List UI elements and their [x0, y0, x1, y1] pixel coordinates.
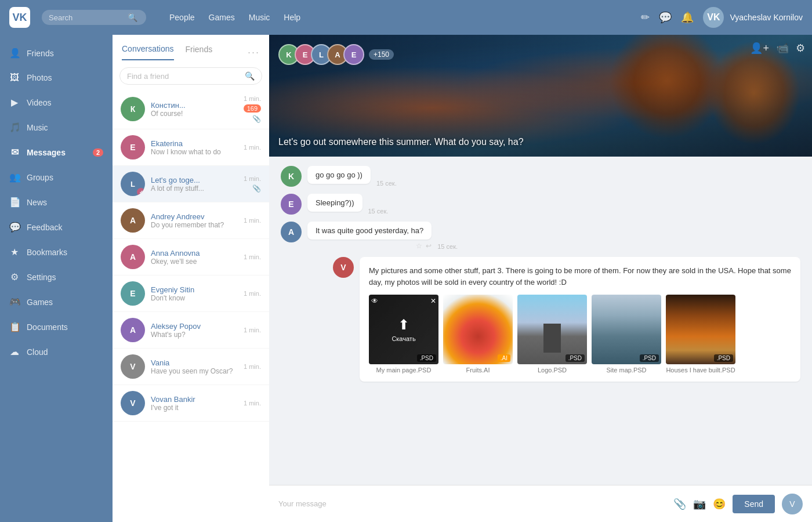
sidebar: 👤 Friends 🖼 Photos ▶ Videos 🎵 Music ✉ Me…: [0, 35, 113, 522]
msg-group-2: It was quite good yesterday, ha? ☆ ↩: [307, 222, 432, 250]
star-icon[interactable]: ☆: [416, 242, 422, 250]
friend-search-box[interactable]: 🔍: [119, 67, 262, 85]
videos-icon: ▶: [9, 97, 20, 108]
own-avatar: V: [333, 257, 354, 278]
conv-name-3: Andrey Andreev: [151, 212, 238, 221]
video-call-icon[interactable]: 📹: [776, 42, 789, 55]
img-item-3: .PSD Site map.PSD: [592, 295, 661, 374]
sidebar-label-news: News: [27, 198, 47, 207]
notification-icon[interactable]: 🔔: [681, 11, 694, 24]
search-input[interactable]: [49, 13, 124, 22]
conv-preview-6: What's up?: [151, 331, 238, 339]
conv-item-7[interactable]: V Vania Have you seen my Oscar? 1 min.: [113, 349, 269, 385]
tab-friends[interactable]: Friends: [186, 45, 213, 60]
user-profile[interactable]: VK Vyacheslav Kornilov: [703, 7, 803, 28]
sidebar-item-feedback[interactable]: 💬 Feedback: [0, 215, 113, 240]
img-badge-4: .PSD: [714, 354, 733, 362]
banner-actions: 👤+ 📹 ⚙: [750, 42, 805, 55]
messages-icon: ✉: [9, 147, 20, 158]
img-thumb-0[interactable]: ⬆ Скачать .PSD ✕ 👁: [369, 295, 438, 364]
sidebar-item-settings[interactable]: ⚙ Settings: [0, 264, 113, 289]
conv-time-8: 1 min.: [244, 400, 261, 407]
sidebar-item-bookmarks[interactable]: ★ Bookmarks: [0, 240, 113, 264]
attach-file-icon[interactable]: 📎: [673, 498, 686, 510]
conv-preview-4: Okey, we'll see: [151, 258, 238, 266]
eye-icon[interactable]: 👁: [371, 297, 378, 305]
conv-avatar-7: V: [121, 354, 145, 379]
search-box[interactable]: 🔍: [42, 10, 146, 25]
conv-meta-3: 1 min.: [244, 217, 261, 224]
img-download-overlay[interactable]: ⬆ Скачать: [369, 295, 438, 364]
sidebar-item-music[interactable]: 🎵 Music: [0, 115, 113, 140]
sidebar-item-messages[interactable]: ✉ Messages 2: [0, 140, 113, 165]
close-preview-icon[interactable]: ✕: [430, 297, 436, 305]
sidebar-item-news[interactable]: 📄 News: [0, 190, 113, 215]
img-label-1: Fruits.AI: [466, 367, 490, 374]
sidebar-item-cloud[interactable]: ☁ Cloud: [0, 339, 113, 364]
conv-item-2[interactable]: L ✓ Let's go toge... A lot of my stuff..…: [113, 166, 269, 202]
conv-preview-1: Now I know what to do: [151, 148, 238, 156]
search-magnifier-icon: 🔍: [245, 71, 255, 81]
img-thumb-2[interactable]: .PSD: [517, 295, 587, 364]
compose-icon[interactable]: ✏: [641, 11, 650, 24]
img-label-0: My main page.PSD: [376, 367, 432, 374]
conv-preview-0: Of course!: [151, 110, 238, 118]
chat-icon[interactable]: 💬: [659, 11, 672, 24]
nav-people[interactable]: People: [169, 13, 195, 22]
img-item-4: .PSD Houses I have built.PSD: [666, 295, 735, 374]
sidebar-item-games[interactable]: 🎮 Games: [0, 289, 113, 314]
reply-icon[interactable]: ↩: [426, 242, 432, 250]
nav-games[interactable]: Games: [209, 13, 235, 22]
app-logo[interactable]: VK: [9, 7, 30, 28]
sidebar-label-cloud: Cloud: [27, 347, 48, 357]
sidebar-item-documents[interactable]: 📋 Documents: [0, 314, 113, 339]
sidebar-item-friends[interactable]: 👤 Friends: [0, 41, 113, 66]
conv-item-8[interactable]: V Vovan Bankir I've got it 1 min.: [113, 385, 269, 422]
friends-icon: 👤: [9, 48, 20, 59]
nav-music[interactable]: Music: [249, 13, 270, 22]
sidebar-item-groups[interactable]: 👥 Groups: [0, 165, 113, 190]
conv-avatar-0: К: [121, 97, 145, 121]
img-thumb-1[interactable]: .AI: [443, 295, 513, 364]
conv-attach-2: 📎: [252, 184, 261, 193]
chat-area: K E L A E +150 👤+ 📹 ⚙ Let's go out somew…: [269, 35, 812, 522]
img-badge-1: .AI: [498, 354, 510, 362]
tab-conversations[interactable]: Conversations: [122, 44, 174, 60]
conv-body-6: Aleksey Popov What's up?: [151, 322, 238, 339]
conv-meta-1: 1 min.: [244, 144, 261, 151]
sidebar-label-videos: Videos: [27, 98, 52, 107]
img-thumb-4[interactable]: .PSD: [666, 295, 735, 364]
conv-item-5[interactable]: E Evgeniy Sitin Don't know 1 min.: [113, 276, 269, 312]
conv-item-6[interactable]: A Aleksey Popov What's up? 1 min.: [113, 312, 269, 349]
send-button[interactable]: Send: [733, 495, 775, 513]
camera-icon[interactable]: 📷: [693, 498, 706, 510]
more-options-icon[interactable]: ···: [248, 46, 260, 59]
friend-search-input[interactable]: [127, 72, 241, 81]
conv-time-7: 1 min.: [244, 363, 261, 370]
message-input[interactable]: [278, 499, 666, 508]
message-row-0: K go go go go )) 15 сек.: [281, 166, 800, 187]
conv-item-4[interactable]: A Anna Annovna Okey, we'll see 1 min.: [113, 239, 269, 276]
chat-settings-icon[interactable]: ⚙: [796, 42, 805, 55]
conv-preview-7: Have you seen my Oscar?: [151, 367, 238, 375]
conv-item-0[interactable]: К Констин... Of course! 1 min. 169 📎: [113, 89, 269, 129]
conv-item-1[interactable]: E Ekaterina Now I know what to do 1 min.: [113, 129, 269, 166]
sidebar-item-videos[interactable]: ▶ Videos: [0, 90, 113, 115]
conv-body-2: Let's go toge... A lot of my stuff...: [151, 176, 238, 193]
conv-time-4: 1 min.: [244, 253, 261, 260]
add-person-icon[interactable]: 👤+: [750, 42, 769, 55]
emoji-icon[interactable]: 😊: [713, 498, 726, 510]
conv-body-8: Vovan Bankir I've got it: [151, 395, 238, 412]
nav-help[interactable]: Help: [284, 13, 300, 22]
download-label: Скачать: [392, 335, 415, 342]
sidebar-label-feedback: Feedback: [27, 223, 62, 232]
conv-body-7: Vania Have you seen my Oscar?: [151, 358, 238, 375]
sidebar-item-photos[interactable]: 🖼 Photos: [0, 66, 113, 90]
sidebar-label-messages: Messages: [27, 148, 66, 157]
conv-item-3[interactable]: A Andrey Andreev Do you remember that? 1…: [113, 202, 269, 239]
img-badge-0: .PSD: [417, 354, 436, 362]
conv-preview-3: Do you remember that?: [151, 221, 238, 229]
conv-time-2: 1 min.: [244, 175, 261, 182]
msg-avatar-0: K: [281, 166, 302, 187]
img-thumb-3[interactable]: .PSD: [592, 295, 661, 364]
